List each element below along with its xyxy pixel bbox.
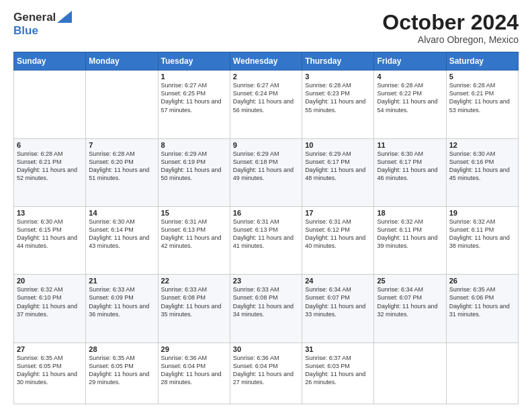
logo-blue: Blue [13,24,38,37]
svg-marker-0 [57,11,72,23]
day-number: 19 [449,209,515,217]
day-number: 18 [377,209,443,217]
cell-info: Sunrise: 6:28 AMSunset: 6:20 PMDaylight:… [89,150,154,183]
day-number: 7 [89,141,154,149]
calendar-cell: 10Sunrise: 6:29 AMSunset: 6:17 PMDayligh… [302,138,374,206]
calendar-cell: 15Sunrise: 6:31 AMSunset: 6:13 PMDayligh… [158,206,230,274]
cell-info: Sunrise: 6:27 AMSunset: 6:24 PMDaylight:… [233,81,299,114]
cell-info: Sunrise: 6:33 AMSunset: 6:08 PMDaylight:… [233,285,299,318]
cell-info: Sunrise: 6:33 AMSunset: 6:08 PMDaylight:… [161,285,227,318]
cell-info: Sunrise: 6:29 AMSunset: 6:19 PMDaylight:… [161,150,227,183]
day-number: 23 [233,277,299,285]
logo-icon [57,11,72,23]
day-number: 1 [161,73,227,81]
calendar-cell [14,71,86,138]
day-number: 5 [449,73,515,81]
month-title: October 2024 [382,11,519,34]
cell-info: Sunrise: 6:32 AMSunset: 6:10 PMDaylight:… [17,285,83,318]
weekday-header-saturday: Saturday [446,52,518,71]
calendar-cell: 25Sunrise: 6:34 AMSunset: 6:07 PMDayligh… [374,275,446,342]
day-number: 6 [17,141,83,149]
calendar-cell: 8Sunrise: 6:29 AMSunset: 6:19 PMDaylight… [158,138,230,206]
cell-info: Sunrise: 6:35 AMSunset: 6:05 PMDaylight:… [17,354,83,387]
week-row-5: 27Sunrise: 6:35 AMSunset: 6:05 PMDayligh… [14,342,519,404]
calendar-cell: 29Sunrise: 6:36 AMSunset: 6:04 PMDayligh… [158,342,230,404]
cell-info: Sunrise: 6:37 AMSunset: 6:03 PMDaylight:… [305,354,371,387]
calendar-cell: 3Sunrise: 6:28 AMSunset: 6:23 PMDaylight… [302,71,374,138]
week-row-4: 20Sunrise: 6:32 AMSunset: 6:10 PMDayligh… [14,275,519,342]
day-number: 15 [161,209,227,217]
logo: General Blue [13,11,72,38]
calendar-cell: 30Sunrise: 6:36 AMSunset: 6:04 PMDayligh… [230,342,302,404]
calendar-cell: 12Sunrise: 6:30 AMSunset: 6:16 PMDayligh… [446,138,518,206]
day-number: 20 [17,277,83,285]
day-number: 16 [233,209,299,217]
calendar-cell: 22Sunrise: 6:33 AMSunset: 6:08 PMDayligh… [158,275,230,342]
location-subtitle: Alvaro Obregon, Mexico [382,34,519,45]
weekday-header-friday: Friday [374,52,446,71]
calendar-cell: 13Sunrise: 6:30 AMSunset: 6:15 PMDayligh… [14,206,86,274]
day-number: 2 [233,73,299,81]
cell-info: Sunrise: 6:36 AMSunset: 6:04 PMDaylight:… [161,354,227,387]
calendar-cell: 5Sunrise: 6:28 AMSunset: 6:21 PMDaylight… [446,71,518,138]
cell-info: Sunrise: 6:29 AMSunset: 6:17 PMDaylight:… [305,150,371,183]
day-number: 25 [377,277,443,285]
weekday-header-thursday: Thursday [302,52,374,71]
calendar-cell: 26Sunrise: 6:35 AMSunset: 6:06 PMDayligh… [446,275,518,342]
calendar-cell: 2Sunrise: 6:27 AMSunset: 6:24 PMDaylight… [230,71,302,138]
weekday-header-wednesday: Wednesday [230,52,302,71]
cell-info: Sunrise: 6:28 AMSunset: 6:21 PMDaylight:… [17,150,83,183]
calendar-cell: 24Sunrise: 6:34 AMSunset: 6:07 PMDayligh… [302,275,374,342]
calendar-cell: 9Sunrise: 6:29 AMSunset: 6:18 PMDaylight… [230,138,302,206]
cell-info: Sunrise: 6:28 AMSunset: 6:21 PMDaylight:… [449,81,515,114]
day-number: 3 [305,73,371,81]
weekday-header-tuesday: Tuesday [158,52,230,71]
weekday-header-sunday: Sunday [14,52,86,71]
day-number: 24 [305,277,371,285]
day-number: 4 [377,73,443,81]
day-number: 27 [17,345,83,353]
weekday-header-monday: Monday [86,52,158,71]
weekday-header-row: SundayMondayTuesdayWednesdayThursdayFrid… [14,52,519,71]
cell-info: Sunrise: 6:36 AMSunset: 6:04 PMDaylight:… [233,354,299,387]
logo-general: General [13,11,56,24]
day-number: 30 [233,345,299,353]
calendar-cell: 16Sunrise: 6:31 AMSunset: 6:13 PMDayligh… [230,206,302,274]
day-number: 8 [161,141,227,149]
cell-info: Sunrise: 6:30 AMSunset: 6:17 PMDaylight:… [377,150,443,183]
calendar-cell: 23Sunrise: 6:33 AMSunset: 6:08 PMDayligh… [230,275,302,342]
calendar-cell: 19Sunrise: 6:32 AMSunset: 6:11 PMDayligh… [446,206,518,274]
header: General Blue October 2024 Alvaro Obregon… [13,11,519,45]
day-number: 12 [449,141,515,149]
cell-info: Sunrise: 6:34 AMSunset: 6:07 PMDaylight:… [305,285,371,318]
calendar-table: SundayMondayTuesdayWednesdayThursdayFrid… [13,52,519,404]
calendar-cell: 27Sunrise: 6:35 AMSunset: 6:05 PMDayligh… [14,342,86,404]
day-number: 26 [449,277,515,285]
cell-info: Sunrise: 6:35 AMSunset: 6:06 PMDaylight:… [449,285,515,318]
week-row-3: 13Sunrise: 6:30 AMSunset: 6:15 PMDayligh… [14,206,519,274]
cell-info: Sunrise: 6:27 AMSunset: 6:25 PMDaylight:… [161,81,227,114]
cell-info: Sunrise: 6:31 AMSunset: 6:13 PMDaylight:… [161,218,227,250]
week-row-1: 1Sunrise: 6:27 AMSunset: 6:25 PMDaylight… [14,71,519,138]
day-number: 21 [89,277,154,285]
cell-info: Sunrise: 6:30 AMSunset: 6:16 PMDaylight:… [449,150,515,183]
calendar-cell: 20Sunrise: 6:32 AMSunset: 6:10 PMDayligh… [14,275,86,342]
cell-info: Sunrise: 6:29 AMSunset: 6:18 PMDaylight:… [233,150,299,183]
calendar-cell [374,342,446,404]
cell-info: Sunrise: 6:35 AMSunset: 6:05 PMDaylight:… [89,354,154,387]
calendar-cell: 21Sunrise: 6:33 AMSunset: 6:09 PMDayligh… [86,275,158,342]
page: General Blue October 2024 Alvaro Obregon… [0,0,532,411]
calendar-cell: 14Sunrise: 6:30 AMSunset: 6:14 PMDayligh… [86,206,158,274]
calendar-cell: 4Sunrise: 6:28 AMSunset: 6:22 PMDaylight… [374,71,446,138]
cell-info: Sunrise: 6:32 AMSunset: 6:11 PMDaylight:… [377,218,443,250]
calendar-cell: 11Sunrise: 6:30 AMSunset: 6:17 PMDayligh… [374,138,446,206]
calendar-cell: 7Sunrise: 6:28 AMSunset: 6:20 PMDaylight… [86,138,158,206]
calendar-cell: 28Sunrise: 6:35 AMSunset: 6:05 PMDayligh… [86,342,158,404]
day-number: 9 [233,141,299,149]
cell-info: Sunrise: 6:31 AMSunset: 6:12 PMDaylight:… [305,218,371,250]
calendar-cell: 1Sunrise: 6:27 AMSunset: 6:25 PMDaylight… [158,71,230,138]
calendar-cell: 6Sunrise: 6:28 AMSunset: 6:21 PMDaylight… [14,138,86,206]
cell-info: Sunrise: 6:30 AMSunset: 6:14 PMDaylight:… [89,218,154,250]
cell-info: Sunrise: 6:28 AMSunset: 6:22 PMDaylight:… [377,81,443,114]
calendar-cell: 18Sunrise: 6:32 AMSunset: 6:11 PMDayligh… [374,206,446,274]
